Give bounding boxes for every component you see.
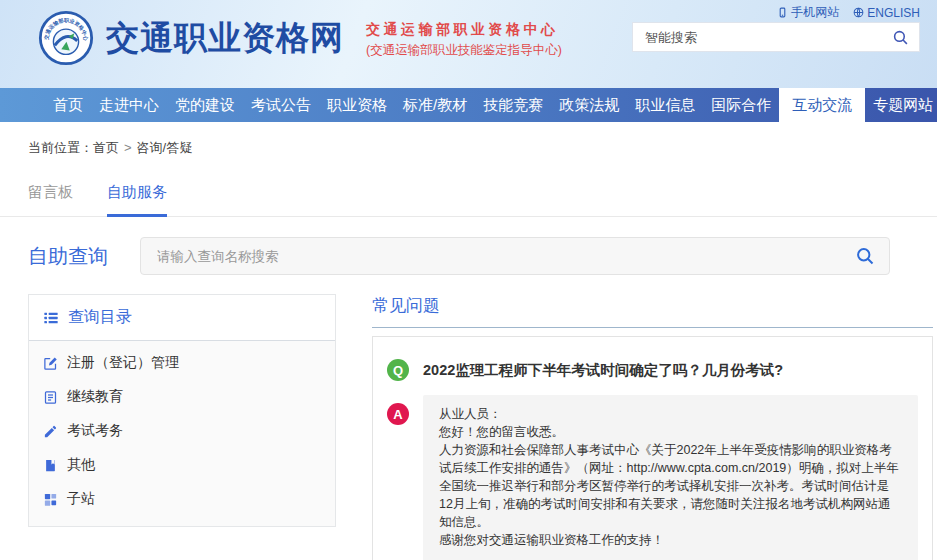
bookmark-icon [43,458,58,473]
sidebar-item-continuing-education[interactable]: 继续教育 [29,380,335,414]
self-query-section: 自助查询 [28,237,890,275]
answer-line: 从业人员： [439,405,902,423]
search-icon[interactable] [855,246,875,266]
list-icon [43,310,59,326]
sidebar-item-substation[interactable]: 子站 [29,482,335,516]
header-search [632,22,920,52]
nav-item-standards-textbooks[interactable]: 标准/教材 [395,88,475,122]
header-search-input[interactable] [643,29,892,46]
faq-title: 常见问题 [372,294,933,328]
nav-item-exam-announcements[interactable]: 考试公告 [243,88,319,122]
phone-icon [777,7,788,18]
self-query-label: 自助查询 [28,243,140,270]
pencil-icon [43,424,58,439]
answer-line: 人力资源和社会保障部人事考试中心《关于2022年上半年受疫情影响的职业资格考试后… [439,441,902,531]
sidebar-item-label: 其他 [67,456,95,474]
breadcrumb-prefix: 当前位置： [28,140,93,155]
sidebar-item-exam-affairs[interactable]: 考试考务 [29,414,335,448]
nav-item-skills-competition[interactable]: 技能竞赛 [475,88,551,122]
mobile-site-link[interactable]: 手机网站 [777,4,839,21]
sidebar-item-label: 子站 [67,490,95,508]
answer-line: 感谢您对交通运输职业资格工作的支持！ [439,531,902,549]
subtitle-line1: 交通运输部职业资格中心 [366,21,562,39]
nav-item-international-cooperation[interactable]: 国际合作 [703,88,779,122]
english-label: ENGLISH [867,6,920,20]
qa-box: Q 2022监理工程师下半年考试时间确定了吗？几月份考试? A 从业人员： 您好… [372,336,933,560]
answer-badge-icon: A [387,403,409,425]
nav-item-about-center[interactable]: 走进中心 [91,88,167,122]
question-row: Q 2022监理工程师下半年考试时间确定了吗？几月份考试? [387,359,918,381]
breadcrumb-separator: > [124,140,132,155]
query-directory-header: 查询目录 [29,295,335,341]
answer-line: 您好！您的留言收悉。 [439,423,902,441]
tab-self-service[interactable]: 自助服务 [107,183,167,217]
question-badge-icon: Q [387,359,409,381]
sidebar-item-label: 继续教育 [67,388,123,406]
query-directory-panel: 查询目录 注册（登记）管理 继续教育 [28,294,336,527]
main-nav: 首页 走进中心 党的建设 考试公告 职业资格 标准/教材 技能竞赛 政策法规 职… [0,88,937,122]
sidebar-item-other[interactable]: 其他 [29,448,335,482]
service-tabs: 留言板 自助服务 [0,183,937,217]
question-text[interactable]: 2022监理工程师下半年考试时间确定了吗？几月份考试? [423,361,783,380]
site-subtitle: 交通运输部职业资格中心 (交通运输部职业技能鉴定指导中心) [366,17,562,59]
answer-text: 从业人员： 您好！您的留言收悉。 人力资源和社会保障部人事考试中心《关于2022… [423,395,918,560]
brand: 交通运输部职业资格中心 交通职业资格网 交通运输部职业资格中心 (交通运输部职业… [38,10,562,66]
breadcrumb-home[interactable]: 首页 [93,140,119,155]
self-query-input[interactable] [155,248,855,265]
faq-section: 常见问题 Q 2022监理工程师下半年考试时间确定了吗？几月份考试? A 从业人… [372,294,933,560]
mobile-site-label: 手机网站 [791,4,839,21]
edit-square-icon [43,356,58,371]
query-directory-title: 查询目录 [68,307,132,328]
site-header: 交通运输部职业资格中心 交通职业资格网 交通运输部职业资格中心 (交通运输部职业… [0,0,937,88]
sidebar-item-registration[interactable]: 注册（登记）管理 [29,346,335,380]
site-title: 交通职业资格网 [106,16,344,61]
nav-item-party-building[interactable]: 党的建设 [167,88,243,122]
english-link[interactable]: ENGLISH [853,6,920,20]
nav-item-policies-regulations[interactable]: 政策法规 [551,88,627,122]
search-icon[interactable] [892,29,909,46]
self-query-searchbox [140,237,890,275]
sidebar-item-label: 考试考务 [67,422,123,440]
nav-item-special-websites[interactable]: 专题网站 [865,88,937,122]
page: 交通运输部职业资格中心 交通职业资格网 交通运输部职业资格中心 (交通运输部职业… [0,0,937,560]
query-directory-list: 注册（登记）管理 继续教育 考试考务 [29,341,335,526]
top-links: 手机网站 ENGLISH [777,4,920,21]
breadcrumb: 当前位置：首页>咨询/答疑 [0,122,937,157]
answer-row: A 从业人员： 您好！您的留言收悉。 人力资源和社会保障部人事考试中心《关于20… [387,395,918,560]
nav-item-home[interactable]: 首页 [45,88,91,122]
main-area: 查询目录 注册（登记）管理 继续教育 [28,294,933,560]
tab-message-board[interactable]: 留言板 [28,183,73,217]
sidebar-item-label: 注册（登记）管理 [67,354,179,372]
nav-item-interactive-exchange[interactable]: 互动交流 [779,88,865,122]
globe-icon [853,7,864,18]
book-icon [43,390,58,405]
nav-item-career-info[interactable]: 职业信息 [627,88,703,122]
grid-icon [43,492,58,507]
subtitle-line2: (交通运输部职业技能鉴定指导中心) [366,42,562,59]
site-logo-icon: 交通运输部职业资格中心 [38,10,94,66]
breadcrumb-current[interactable]: 咨询/答疑 [137,140,193,155]
nav-item-vocational-qualification[interactable]: 职业资格 [319,88,395,122]
